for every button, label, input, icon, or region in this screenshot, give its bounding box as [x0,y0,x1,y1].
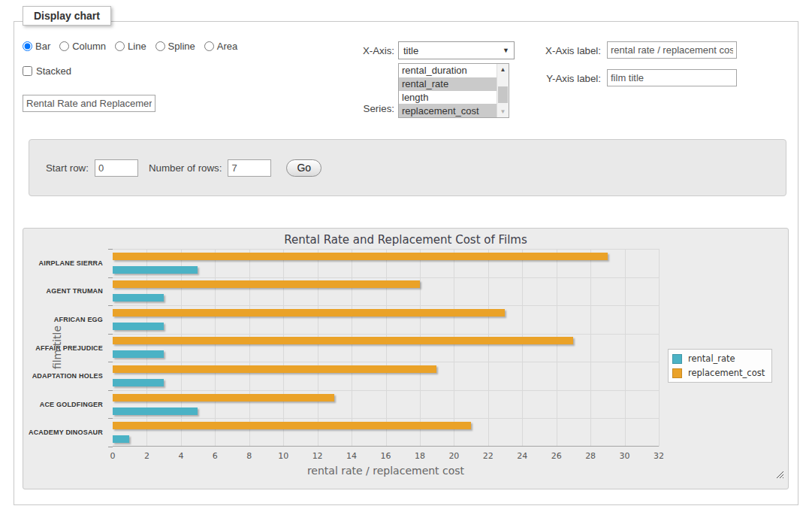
x-axis-title: rental rate / replacement cost [113,465,659,477]
category-band [113,277,659,306]
x-tick-label: 2 [144,451,149,461]
chart-type-label: Line [128,41,146,52]
category-label: AFFAIR PREJUDICE [35,344,103,352]
chart-type-radio-column[interactable] [59,41,69,51]
bar-rental_rate [113,407,198,415]
num-rows-input[interactable] [228,159,271,177]
chart-type-radio-area[interactable] [204,41,214,51]
legend-item: replacement_cost [672,368,765,378]
category-label: AIRPLANE SIERRA [38,259,103,267]
resize-grip[interactable] [776,471,783,478]
x-axis-label-input[interactable] [607,41,737,59]
x-tick-label: 16 [381,451,391,461]
legend-label: replacement_cost [688,368,765,378]
bar-rental_rate [113,323,164,330]
chart-type-label: Column [72,41,106,52]
category-band [113,249,659,277]
scrollbar-thumb[interactable] [498,86,508,103]
num-rows-label: Number of rows: [149,162,222,174]
category-axis-labels: AIRPLANE SIERRAAGENT TRUMANAFRICAN EGGAF… [23,249,107,447]
bar-replacement_cost [113,280,420,288]
x-tick-label: 24 [517,451,527,461]
x-tick-label: 32 [654,451,664,461]
category-band [113,390,659,419]
y-axis-label-label: Y-Axis label: [522,73,601,84]
x-tick-label: 30 [620,451,630,461]
start-row-input[interactable] [95,159,138,177]
start-row-label: Start row: [46,162,89,174]
x-tick-labels: 02468101214161820222426283032 [113,451,659,462]
dropdown-arrow-icon: ▼ [503,47,509,54]
y-axis-label-input[interactable] [607,69,737,86]
chart-legend: rental_ratereplacement_cost [668,349,772,383]
bar-replacement_cost [113,253,608,260]
chart-type-option: Spline [155,41,195,52]
bar-rental_rate [113,266,198,274]
category-label: AFRICAN EGG [54,316,103,323]
series-multiselect[interactable]: rental_durationrental_ratelengthreplacem… [398,63,509,118]
legend-swatch-rental_rate [672,354,682,364]
bar-rental_rate [113,294,164,301]
chart-type-option: Bar [23,41,50,52]
series-select-label: Series: [323,103,394,114]
chart-type-label: Area [217,41,237,52]
chart-type-radio-group: BarColumnLineSplineArea [23,41,237,52]
bar-rental_rate [113,379,164,386]
chart-type-option: Line [115,41,146,52]
bar-replacement_cost [113,394,334,401]
category-band [113,418,659,447]
bar-replacement_cost [113,309,505,317]
category-label: ADAPTATION HOLES [32,372,103,380]
x-tick-label: 28 [585,451,596,461]
scroll-down-arrow-icon[interactable]: ▼ [497,106,509,117]
category-label: ACADEMY DINOSAUR [29,429,103,436]
stacked-label: Stacked [36,65,71,77]
chart-type-radio-line[interactable] [115,41,125,51]
category-label: ACE GOLDFINGER [40,401,103,408]
series-option-rental_rate[interactable]: rental_rate [399,77,497,91]
x-tick-label: 20 [448,451,459,461]
series-option-length[interactable]: length [399,91,497,105]
category-label: AGENT TRUMAN [47,287,103,295]
scroll-up-arrow-icon[interactable]: ▲ [497,64,509,75]
category-band [113,362,659,390]
y-axis-title: film title [51,326,63,369]
x-tick-label: 22 [483,451,494,461]
series-option-replacement_cost[interactable]: replacement_cost [399,104,497,117]
x-axis-line [113,446,659,447]
chart-title-input[interactable] [23,95,155,112]
chart-title: Rental Rate and Replacement Cost of Film… [23,233,788,247]
chart-type-label: Spline [168,41,195,52]
chart-container: Rental Rate and Replacement Cost of Film… [23,228,789,489]
x-tick-label: 8 [246,451,252,461]
series-options-list: rental_durationrental_ratelengthreplacem… [399,64,497,117]
stacked-checkbox-row: Stacked [23,65,71,77]
bar-replacement_cost [113,422,471,429]
stacked-checkbox[interactable] [23,66,32,76]
legend-label: rental_rate [688,353,735,364]
series-list-scrollbar[interactable]: ▲ ▼ [497,64,509,117]
chart-type-radio-bar[interactable] [23,41,32,51]
chart-type-label: Bar [35,41,50,52]
y-axis-tick [108,447,113,447]
x-tick-label: 14 [346,451,357,461]
x-tick-label: 12 [312,451,323,461]
x-tick-label: 18 [415,451,425,461]
x-tick-label: 10 [278,451,288,461]
go-button[interactable]: Go [286,159,321,177]
legend-swatch-replacement_cost [672,368,682,378]
chart-type-option: Area [204,41,237,52]
category-band [113,305,659,334]
x-axis-select[interactable]: title ▼ [398,41,515,59]
series-option-rental_duration[interactable]: rental_duration [399,64,497,77]
x-axis-label-label: X-Axis label: [522,45,601,56]
bar-rental_rate [113,435,129,443]
rows-panel: Start row: Number of rows: Go [29,139,786,196]
x-tick-label: 26 [551,451,562,461]
x-axis-select-label: X-Axis: [323,45,394,56]
bar-rental_rate [113,350,164,358]
chart-type-radio-spline[interactable] [155,41,165,51]
plot-area [113,249,659,447]
x-axis-selected-value: title [403,45,503,56]
chart-type-option: Column [59,41,106,52]
